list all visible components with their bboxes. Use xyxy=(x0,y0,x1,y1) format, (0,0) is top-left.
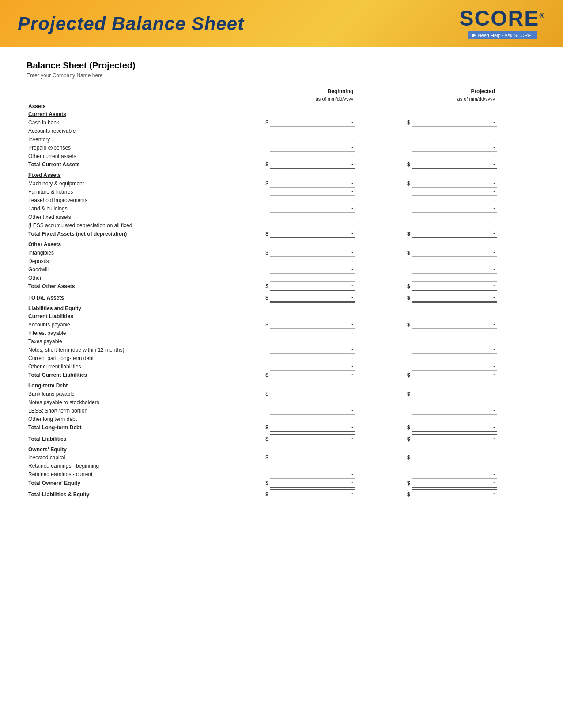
total-beg-value[interactable]: - xyxy=(270,282,355,291)
total-other-assets-label: Total Other Assets xyxy=(26,282,242,291)
proj-dollar: $ xyxy=(383,118,412,127)
score-wordmark: SCORE® xyxy=(460,8,546,29)
beg-value[interactable]: - xyxy=(270,135,355,143)
current-assets-item-4: Other current assets - - xyxy=(26,152,537,160)
beg-value[interactable]: - xyxy=(270,204,355,213)
proj-value[interactable]: - xyxy=(412,415,497,423)
item-label: Other xyxy=(26,274,242,282)
proj-value[interactable]: - xyxy=(412,152,497,160)
beg-value[interactable]: - xyxy=(270,345,355,354)
proj-value[interactable]: - xyxy=(412,213,497,221)
proj-value[interactable]: - xyxy=(412,462,497,470)
proj-value[interactable]: - xyxy=(412,127,497,135)
owners-equity-heading-row: Owners' Equity xyxy=(26,446,537,454)
proj-value[interactable]: - xyxy=(412,221,497,229)
beg-value[interactable]: - xyxy=(270,362,355,371)
item-label: Other long term debt xyxy=(26,415,242,423)
proj-value[interactable]: - xyxy=(412,274,497,282)
beg-value[interactable]: - xyxy=(270,415,355,423)
beg-value[interactable]: - xyxy=(270,462,355,470)
total-assets-beg[interactable]: - xyxy=(270,293,355,302)
other-assets-heading-row: Other Assets xyxy=(26,240,537,248)
total-liab-beg[interactable]: - xyxy=(270,434,355,443)
total-liab-proj[interactable]: - xyxy=(412,434,497,443)
total-beg-value[interactable]: - xyxy=(270,160,355,169)
proj-value[interactable]: - xyxy=(412,265,497,274)
other-assets-item-3: Other - - xyxy=(26,274,537,282)
total-proj-value[interactable]: - xyxy=(412,423,497,432)
total-proj-value[interactable]: - xyxy=(412,160,497,169)
beg-value[interactable]: - xyxy=(270,127,355,135)
total-proj-value[interactable]: - xyxy=(412,229,497,238)
assets-label-row: Assets xyxy=(26,102,537,110)
total-proj-value[interactable]: - xyxy=(412,478,497,487)
total-beg-value[interactable]: - xyxy=(270,229,355,238)
beg-value[interactable]: - xyxy=(270,265,355,274)
beg-value[interactable]: - xyxy=(270,398,355,406)
beg-value[interactable]: - xyxy=(270,470,355,478)
beg-value[interactable]: - xyxy=(270,213,355,221)
proj-value[interactable]: - xyxy=(412,354,497,362)
total-proj-value[interactable]: - xyxy=(412,371,497,379)
beg-value[interactable]: - xyxy=(270,196,355,204)
beg-value[interactable]: - xyxy=(270,179,355,188)
proj-value[interactable]: - xyxy=(412,143,497,152)
proj-value[interactable]: - xyxy=(412,320,497,329)
total-ltd-label: Total Long-term Debt xyxy=(26,423,242,432)
total-assets-proj[interactable]: - xyxy=(412,293,497,302)
total-equity-label: Total Owners' Equity xyxy=(26,478,242,487)
proj-value[interactable]: - xyxy=(412,248,497,257)
total-liabilities-label: Total Liabilities xyxy=(26,434,242,443)
beg-value[interactable]: - xyxy=(270,354,355,362)
proj-value[interactable]: - xyxy=(412,390,497,398)
proj-value[interactable]: - xyxy=(412,329,497,337)
proj-value[interactable]: - xyxy=(412,135,497,143)
proj-value[interactable]: - xyxy=(412,470,497,478)
beg-value[interactable]: - xyxy=(270,406,355,415)
beg-value[interactable]: - xyxy=(270,118,355,127)
total-beg-value[interactable]: - xyxy=(270,478,355,487)
proj-value[interactable]: - xyxy=(412,337,497,345)
beg-value[interactable]: - xyxy=(270,390,355,398)
beg-value[interactable]: - xyxy=(270,257,355,265)
proj-value[interactable]: - xyxy=(412,406,497,415)
proj-value[interactable]: - xyxy=(412,454,497,462)
total-proj-value[interactable]: - xyxy=(412,282,497,291)
item-label: Intangibles xyxy=(26,248,242,257)
proj-value[interactable]: - xyxy=(412,204,497,213)
proj-value[interactable]: - xyxy=(412,257,497,265)
beg-value[interactable]: - xyxy=(270,454,355,462)
total-liab-equity-beg[interactable]: - xyxy=(270,490,355,499)
proj-value[interactable]: - xyxy=(412,398,497,406)
company-name-field[interactable]: Enter your Company Name here xyxy=(26,72,537,79)
proj-value[interactable]: - xyxy=(412,118,497,127)
total-liab-equity-proj[interactable]: - xyxy=(412,490,497,499)
score-tagline[interactable]: ▶ Need Help? Ask SCORE. xyxy=(468,31,537,39)
proj-value[interactable]: - xyxy=(412,196,497,204)
total-beg-value[interactable]: - xyxy=(270,423,355,432)
total-beg-value[interactable]: - xyxy=(270,371,355,379)
item-label: Interest payable xyxy=(26,329,242,337)
projected-date[interactable]: as of mm/dd/yyyy xyxy=(412,95,497,102)
total-ltd-row: Total Long-term Debt $ - $ - xyxy=(26,423,537,432)
proj-value[interactable]: - xyxy=(412,345,497,354)
item-label: Other current assets xyxy=(26,152,242,160)
beg-value[interactable]: - xyxy=(270,188,355,196)
beg-value[interactable]: - xyxy=(270,143,355,152)
proj-value[interactable]: - xyxy=(412,362,497,371)
beg-value[interactable]: - xyxy=(270,221,355,229)
total-fixed-assets-label: Total Fixed Assets (net of depreciation) xyxy=(26,229,242,238)
beg-value[interactable]: - xyxy=(270,320,355,329)
beg-value[interactable]: - xyxy=(270,329,355,337)
proj-value[interactable]: - xyxy=(412,188,497,196)
banner-title: Projected Balance Sheet xyxy=(18,13,244,34)
beg-value[interactable]: - xyxy=(270,152,355,160)
beginning-date[interactable]: as of mm/dd/yyyy xyxy=(270,95,355,102)
total-current-assets-row: Total Current Assets $ - $ - xyxy=(26,160,537,169)
proj-value[interactable]: - xyxy=(412,179,497,188)
fixed-assets-item-5: (LESS accumulated depreciation on all fi… xyxy=(26,221,537,229)
total-assets-label: TOTAL Assets xyxy=(26,293,242,302)
beg-value[interactable]: - xyxy=(270,248,355,257)
beg-value[interactable]: - xyxy=(270,337,355,345)
beg-value[interactable]: - xyxy=(270,274,355,282)
